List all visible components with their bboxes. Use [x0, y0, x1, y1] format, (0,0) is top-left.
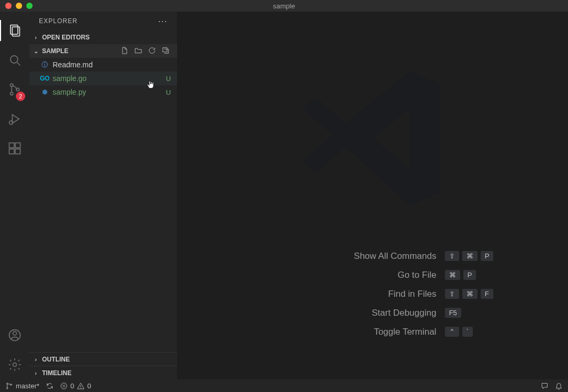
shortcut-label: Toggle Terminal — [252, 327, 437, 337]
shortcut-label: Show All Commands — [252, 251, 437, 262]
status-bar: master* 0 0 — [0, 379, 568, 392]
window-title: sample — [0, 2, 568, 10]
shortcut-label: Start Debugging — [252, 308, 437, 318]
info-file-icon: ⓘ — [40, 61, 49, 69]
window-traffic-lights — [0, 3, 33, 9]
svg-point-14 — [13, 331, 17, 335]
new-folder-icon[interactable] — [134, 46, 143, 56]
sidebar-more-icon[interactable]: ⋯ — [158, 15, 168, 27]
file-name: sample.go — [53, 74, 163, 83]
notifications-status[interactable] — [555, 382, 563, 390]
kbd-key: P — [481, 251, 494, 261]
shortcut-label: Go to File — [252, 270, 437, 280]
svg-line-3 — [17, 63, 21, 66]
kbd-key: F — [481, 289, 493, 299]
svg-point-18 — [7, 387, 8, 389]
kbd-key: ⇧ — [445, 289, 459, 299]
extensions-activity-icon[interactable] — [0, 134, 29, 163]
svg-point-5 — [10, 92, 13, 95]
shortcut-label: Find in Files — [252, 289, 437, 299]
explorer-sidebar: EXPLORER ⋯ › OPEN EDITORS ⌄ SAMPLE ⓘ Rea… — [29, 12, 178, 379]
search-activity-icon[interactable] — [0, 45, 29, 75]
svg-point-2 — [11, 56, 18, 63]
file-status: U — [166, 88, 171, 96]
close-window-button[interactable] — [5, 3, 12, 9]
svg-point-24 — [80, 387, 81, 388]
sidebar-header: EXPLORER ⋯ — [29, 12, 177, 31]
errors-count: 0 — [70, 382, 74, 390]
go-file-icon: GO — [40, 75, 49, 82]
svg-rect-11 — [15, 149, 20, 154]
warnings-count: 0 — [87, 382, 91, 390]
main-area: 2 EXPLORER ⋯ › OPEN EDITORS ⌄ SAMPLE — [0, 12, 568, 379]
shortcut-keys: ⇧ ⌘ P — [445, 251, 494, 261]
svg-rect-16 — [163, 47, 167, 52]
svg-rect-12 — [15, 143, 20, 148]
refresh-icon[interactable] — [148, 46, 156, 56]
shortcut-keys: ⇧ ⌘ F — [445, 289, 493, 299]
svg-point-4 — [10, 84, 13, 86]
outline-section[interactable]: › OUTLINE — [29, 352, 177, 366]
shortcut-keys: F5 — [445, 308, 461, 318]
svg-rect-10 — [9, 149, 14, 154]
timeline-label: TIMELINE — [42, 369, 72, 377]
file-name: sample.py — [53, 88, 163, 96]
timeline-section[interactable]: › TIMELINE — [29, 366, 177, 379]
svg-marker-7 — [12, 115, 19, 123]
title-bar: sample — [0, 0, 568, 12]
activity-bar: 2 — [0, 12, 29, 379]
kbd-key: ` — [462, 327, 473, 337]
svg-point-15 — [13, 363, 17, 367]
file-row-sample-py[interactable]: ⬢ sample.py U — [29, 85, 177, 99]
chevron-right-icon: › — [33, 356, 39, 363]
explorer-activity-icon[interactable] — [0, 16, 29, 45]
svg-rect-9 — [9, 143, 14, 148]
kbd-key: ⇧ — [445, 251, 459, 261]
svg-point-17 — [7, 383, 8, 384]
maximize-window-button[interactable] — [26, 3, 33, 9]
shortcut-row-debug: Start Debugging F5 — [252, 308, 494, 318]
shortcut-row-find-files: Find in Files ⇧ ⌘ F — [252, 289, 494, 299]
sidebar-bottom: › OUTLINE › TIMELINE — [29, 352, 177, 379]
outline-label: OUTLINE — [42, 356, 70, 363]
problems-status[interactable]: 0 0 — [60, 382, 91, 390]
open-editors-section[interactable]: › OPEN EDITORS — [29, 31, 177, 44]
kbd-key: ⌃ — [445, 327, 459, 337]
shortcut-keys: ⌘ P — [445, 270, 476, 280]
run-debug-activity-icon[interactable] — [0, 104, 29, 134]
kbd-key: ⌘ — [462, 289, 478, 299]
source-control-activity-icon[interactable]: 2 — [0, 75, 29, 104]
shortcut-row-commands: Show All Commands ⇧ ⌘ P — [252, 251, 494, 262]
folder-section[interactable]: ⌄ SAMPLE — [29, 44, 177, 58]
sidebar-title: EXPLORER — [39, 17, 77, 25]
file-tree: ⓘ Readme.md GO sample.go U ⬢ sample.py U — [29, 58, 177, 352]
file-row-sample-go[interactable]: GO sample.go U — [29, 72, 177, 85]
sync-status[interactable] — [46, 382, 54, 390]
kbd-key: F5 — [445, 308, 461, 318]
kbd-key: ⌘ — [462, 251, 478, 261]
python-file-icon: ⬢ — [40, 88, 49, 96]
new-file-icon[interactable] — [120, 46, 129, 56]
collapse-all-icon[interactable] — [161, 46, 170, 56]
branch-name: master* — [16, 382, 39, 390]
chevron-right-icon: › — [33, 34, 39, 41]
shortcut-row-terminal: Toggle Terminal ⌃ ` — [252, 327, 494, 337]
git-branch-status[interactable]: master* — [5, 382, 39, 390]
file-row-readme[interactable]: ⓘ Readme.md — [29, 58, 177, 72]
open-editors-label: OPEN EDITORS — [42, 34, 89, 41]
editor-welcome: Show All Commands ⇧ ⌘ P Go to File ⌘ P F… — [178, 12, 568, 379]
file-status: U — [166, 75, 171, 83]
chevron-down-icon: ⌄ — [33, 48, 39, 55]
vscode-logo-watermark — [289, 54, 457, 225]
welcome-shortcut-list: Show All Commands ⇧ ⌘ P Go to File ⌘ P F… — [252, 251, 494, 337]
scm-badge: 2 — [16, 92, 25, 101]
kbd-key: ⌘ — [445, 270, 460, 280]
settings-activity-icon[interactable] — [0, 350, 29, 379]
feedback-status[interactable] — [541, 382, 549, 390]
accounts-activity-icon[interactable] — [0, 320, 29, 350]
minimize-window-button[interactable] — [16, 3, 22, 9]
chevron-right-icon: › — [33, 370, 39, 376]
kbd-key: P — [463, 270, 476, 280]
file-name: Readme.md — [53, 61, 168, 69]
folder-actions — [120, 46, 174, 56]
